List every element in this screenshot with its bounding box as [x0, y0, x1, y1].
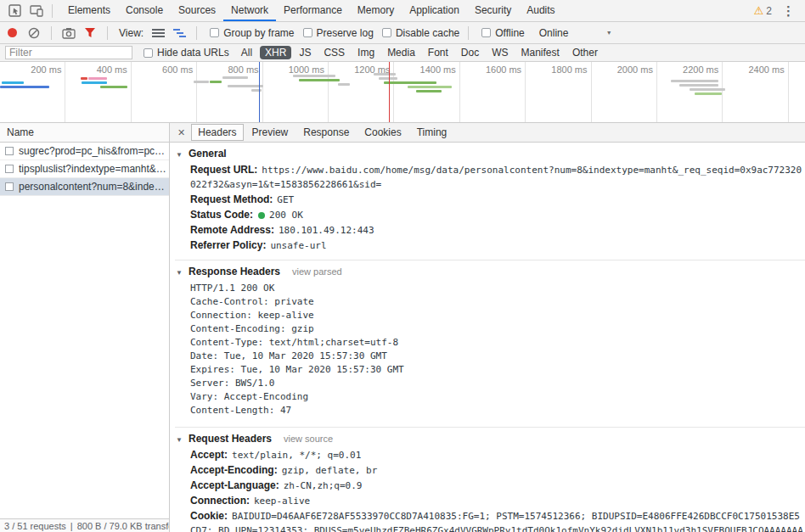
main-tab[interactable]: Performance — [276, 0, 350, 21]
filter-type-pill[interactable]: JS — [294, 46, 316, 59]
filter-type-pill[interactable]: Font — [423, 46, 453, 59]
filter-type-pills: AllXHRJSCSSImgMediaFontDocWSManifestOthe… — [236, 46, 603, 59]
waterfall-bar — [293, 75, 335, 77]
view-list-icon[interactable] — [149, 25, 166, 42]
waterfall-bar — [100, 86, 127, 88]
request-row[interactable]: tipspluslist?indextype=manht&… — [0, 160, 169, 178]
filter-type-pill[interactable]: Other — [567, 46, 603, 59]
filter-type-pill[interactable]: Doc — [456, 46, 484, 59]
header-value: unsafe-url — [270, 240, 326, 251]
filter-type-pill[interactable]: XHR — [260, 46, 291, 59]
header-name: Accept: — [190, 449, 228, 461]
request-list: sugrec?prod=pc_his&from=pc… tipspluslist… — [0, 143, 169, 196]
view-overview-icon[interactable] — [171, 25, 188, 42]
waterfall-bar — [374, 73, 396, 76]
header-row: Request URL:https://www.baidu.com/home/m… — [175, 163, 805, 192]
device-toolbar-icon[interactable] — [25, 0, 48, 21]
raw-header-line: Content-Length: 47 — [175, 404, 805, 417]
main-tab[interactable]: Sources — [171, 0, 223, 21]
overview-canvas — [0, 62, 805, 122]
header-name: Request Method: — [190, 193, 273, 205]
filter-type-pill[interactable]: CSS — [318, 46, 350, 59]
filter-type-pill[interactable]: Media — [382, 46, 420, 59]
disclosure-triangle-icon: ▼ — [175, 436, 183, 444]
header-name: Request URL: — [190, 164, 257, 176]
waterfall-bar — [228, 85, 263, 87]
header-row: Cookie:BAIDUID=D46AAF6E728AF5533970CC8D7… — [175, 509, 805, 532]
waterfall-bar — [679, 84, 718, 87]
timeline-marker — [259, 62, 260, 122]
group-by-frame-checkbox[interactable]: Group by frame — [210, 27, 294, 39]
clear-icon[interactable] — [25, 25, 42, 42]
filter-type-pill[interactable]: Manifest — [516, 46, 565, 59]
request-row[interactable]: sugrec?prod=pc_his&from=pc… — [0, 143, 169, 160]
disclosure-triangle-icon: ▼ — [175, 151, 183, 159]
checkbox-label: Preserve log — [317, 27, 374, 39]
throttling-select[interactable]: Online ▼ — [539, 27, 612, 39]
section-title: Request Headers — [189, 433, 272, 445]
hide-data-urls-checkbox[interactable]: Hide data URLs — [144, 47, 229, 59]
waterfall-bar — [210, 81, 222, 83]
disable-cache-checkbox[interactable]: Disable cache — [382, 27, 459, 39]
main-tab[interactable]: Memory — [350, 0, 402, 21]
waterfall-bar — [81, 77, 87, 80]
filter-funnel-icon[interactable] — [82, 25, 99, 42]
main-tab[interactable]: Network — [223, 0, 276, 21]
kebab-menu-icon[interactable]: ⋮ — [782, 3, 795, 19]
view-source-link[interactable]: view source — [284, 434, 333, 444]
waterfall-bar — [82, 81, 107, 84]
header-value: BAIDUID=D46AAF6E728AF5533970CC8D7A410835… — [190, 511, 803, 532]
waterfall-bar — [2, 81, 24, 84]
waterfall-bar — [384, 81, 436, 84]
detail-tab[interactable]: Preview — [245, 124, 296, 141]
general-header[interactable]: ▼ General — [175, 143, 805, 163]
header-row: Referrer Policy:unsafe-url — [175, 238, 805, 253]
view-parsed-link[interactable]: view parsed — [292, 266, 342, 277]
main-tab[interactable]: Elements — [60, 0, 118, 21]
response-headers-header[interactable]: ▼ Response Headers view parsed — [175, 260, 805, 281]
main-tab[interactable]: Audits — [519, 0, 562, 21]
request-name: tipspluslist?indextype=manht&… — [19, 163, 166, 175]
raw-header-line: Date: Tue, 10 Mar 2020 15:57:30 GMT — [175, 350, 805, 363]
request-row[interactable]: personalcontent?num=8&inde… — [0, 178, 169, 196]
header-name: Cookie: — [190, 510, 228, 522]
general-rows: Request URL:https://www.baidu.com/home/m… — [175, 163, 805, 255]
inspect-element-icon[interactable] — [3, 0, 25, 21]
request-name: personalcontent?num=8&inde… — [19, 181, 165, 193]
timeline-overview[interactable]: 200 ms 400 ms 600 ms 800 ms 1000 ms — [0, 62, 805, 123]
waterfall-bar — [338, 83, 350, 86]
raw-header-line: Content-Type: text/html;charset=utf-8 — [175, 336, 805, 350]
waterfall-bar — [222, 76, 248, 79]
request-headers-header[interactable]: ▼ Request Headers view source — [175, 428, 805, 448]
detail-tab[interactable]: Headers — [191, 124, 243, 141]
checkbox-label: Hide data URLs — [157, 47, 229, 59]
main-tab[interactable]: Security — [467, 0, 519, 21]
detail-tab[interactable]: Cookies — [357, 124, 408, 141]
warning-badge[interactable]: ⚠ 2 — [754, 5, 772, 17]
header-value: keep-alive — [254, 496, 310, 507]
filter-type-pill[interactable]: All — [236, 46, 257, 59]
waterfall-bar — [695, 92, 722, 95]
name-column-header[interactable]: Name — [0, 123, 169, 143]
offline-checkbox[interactable]: Offline — [481, 27, 524, 39]
detail-tab[interactable]: Timing — [410, 124, 454, 141]
header-row: Accept-Language:zh-CN,zh;q=0.9 — [175, 479, 805, 493]
waterfall-bar — [379, 77, 397, 80]
main-tab[interactable]: Console — [118, 0, 171, 21]
filter-type-pill[interactable]: Img — [352, 46, 380, 59]
filter-input[interactable] — [5, 46, 132, 59]
detail-tab[interactable]: Response — [296, 124, 356, 141]
status-ok-icon — [258, 212, 265, 219]
waterfall-bar — [416, 90, 442, 92]
screenshot-camera-icon[interactable] — [60, 25, 77, 42]
chevron-down-icon: ▼ — [606, 30, 612, 36]
checkbox-icon — [303, 28, 312, 37]
preserve-log-checkbox[interactable]: Preserve log — [303, 27, 374, 39]
timeline-marker — [389, 62, 390, 122]
close-icon[interactable]: ✕ — [172, 127, 190, 138]
main-tab[interactable]: Application — [402, 0, 467, 21]
filter-type-pill[interactable]: WS — [487, 46, 513, 59]
raw-header-line: Content-Encoding: gzip — [175, 322, 805, 336]
record-button[interactable] — [8, 28, 17, 37]
response-headers-section: ▼ Response Headers view parsed HTTP/1.1 … — [175, 260, 805, 423]
